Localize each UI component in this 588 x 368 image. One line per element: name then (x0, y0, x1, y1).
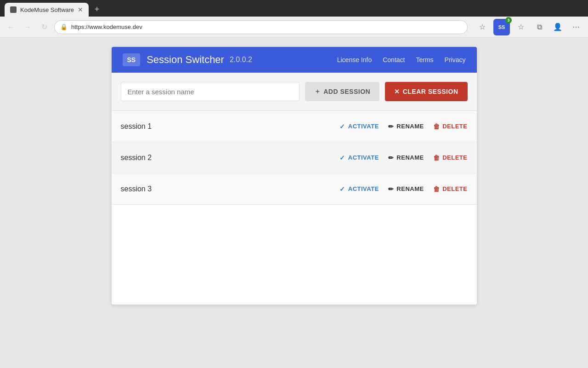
table-row: session 2 ✓ ACTIVATE ✏ RENAME 🗑 DELETE (112, 142, 477, 173)
empty-area (112, 205, 477, 297)
table-row: session 1 ✓ ACTIVATE ✏ RENAME 🗑 DELETE (112, 111, 477, 142)
check-icon: ✓ (339, 185, 345, 193)
session-name-input[interactable] (121, 82, 300, 101)
activate-button-3[interactable]: ✓ ACTIVATE (339, 185, 379, 193)
x-icon: ✕ (394, 88, 400, 95)
new-tab-button[interactable]: + (90, 3, 103, 16)
nav-contact[interactable]: Contact (383, 56, 405, 63)
back-button[interactable]: ← (5, 21, 17, 34)
clear-session-label: CLEAR SESSION (403, 88, 458, 95)
delete-button-3[interactable]: 🗑 DELETE (433, 185, 468, 193)
header-nav: License Info Contact Terms Privacy (337, 56, 466, 63)
session-name-3: session 3 (121, 185, 340, 193)
activate-label-2: ACTIVATE (348, 154, 379, 161)
delete-label-2: DELETE (442, 154, 467, 161)
table-row: session 3 ✓ ACTIVATE ✏ RENAME 🗑 DELETE (112, 173, 477, 205)
session-list: session 1 ✓ ACTIVATE ✏ RENAME 🗑 DELETE (112, 111, 477, 297)
lock-icon: 🔒 (60, 23, 68, 30)
extension-label: SS (498, 24, 505, 30)
session-actions-1: ✓ ACTIVATE ✏ RENAME 🗑 DELETE (339, 123, 467, 130)
activate-label-1: ACTIVATE (348, 123, 379, 130)
trash-icon: 🗑 (433, 123, 440, 130)
pencil-icon: ✏ (388, 123, 394, 130)
toolbar-right: ☆ SS 3 ☆ ⧉ 👤 ⋯ (475, 19, 583, 35)
app-header: SS Session Switcher 2.0.0.2 License Info… (112, 47, 477, 73)
tab-close-button[interactable]: ✕ (78, 6, 83, 13)
delete-label-1: DELETE (442, 123, 467, 130)
delete-button-2[interactable]: 🗑 DELETE (433, 154, 468, 161)
pencil-icon: ✏ (388, 185, 394, 193)
extension-badge: 3 (505, 17, 512, 23)
activate-button-2[interactable]: ✓ ACTIVATE (339, 154, 379, 161)
rename-label-2: RENAME (396, 154, 424, 161)
app-logo: SS (123, 53, 141, 66)
delete-label-3: DELETE (442, 185, 467, 192)
rename-button-2[interactable]: ✏ RENAME (388, 154, 424, 161)
tab-favicon (10, 6, 17, 13)
trash-icon: 🗑 (433, 154, 440, 161)
reading-list-button[interactable]: ☆ (514, 20, 528, 34)
app-container: SS Session Switcher 2.0.0.2 License Info… (112, 47, 477, 305)
activate-label-3: ACTIVATE (348, 185, 379, 192)
rename-label-1: RENAME (396, 123, 424, 130)
profile-button[interactable]: 👤 (550, 20, 565, 34)
split-view-button[interactable]: ⧉ (532, 20, 547, 34)
rename-button-1[interactable]: ✏ RENAME (388, 123, 424, 130)
menu-button[interactable]: ⋯ (569, 20, 583, 34)
action-bar: ＋ ADD SESSION ✕ CLEAR SESSION (112, 73, 477, 111)
session-name-1: session 1 (121, 122, 340, 131)
add-session-button[interactable]: ＋ ADD SESSION (305, 82, 379, 101)
session-name-2: session 2 (121, 154, 340, 162)
plus-icon: ＋ (314, 87, 321, 96)
check-icon: ✓ (339, 123, 345, 130)
activate-button-1[interactable]: ✓ ACTIVATE (339, 123, 379, 130)
bookmark-button[interactable]: ☆ (475, 20, 490, 34)
rename-label-3: RENAME (396, 185, 424, 192)
address-bar[interactable]: 🔒 https://www.kodemuse.dev (54, 20, 468, 34)
pencil-icon: ✏ (388, 154, 394, 161)
session-actions-2: ✓ ACTIVATE ✏ RENAME 🗑 DELETE (339, 154, 467, 161)
nav-license[interactable]: License Info (337, 56, 372, 63)
nav-terms[interactable]: Terms (416, 56, 433, 63)
tab-title: KodeMuse Software (20, 6, 74, 13)
add-session-label: ADD SESSION (323, 88, 370, 95)
app-title: Session Switcher (147, 54, 224, 66)
clear-session-button[interactable]: ✕ CLEAR SESSION (385, 82, 467, 101)
reload-button[interactable]: ↻ (38, 21, 51, 34)
address-bar-row: ← → ↻ 🔒 https://www.kodemuse.dev ☆ SS 3 … (0, 17, 588, 38)
tab-bar: KodeMuse Software ✕ + (0, 0, 588, 17)
trash-icon: 🗑 (433, 185, 440, 193)
url-display: https://www.kodemuse.dev (71, 23, 142, 30)
session-actions-3: ✓ ACTIVATE ✏ RENAME 🗑 DELETE (339, 185, 467, 193)
rename-button-3[interactable]: ✏ RENAME (388, 185, 424, 193)
app-version: 2.0.0.2 (230, 56, 252, 64)
delete-button-1[interactable]: 🗑 DELETE (433, 123, 468, 130)
forward-button[interactable]: → (21, 21, 34, 34)
nav-privacy[interactable]: Privacy (445, 56, 466, 63)
check-icon: ✓ (339, 154, 345, 161)
active-tab[interactable]: KodeMuse Software ✕ (5, 3, 89, 17)
extension-icon[interactable]: SS 3 (493, 19, 510, 35)
